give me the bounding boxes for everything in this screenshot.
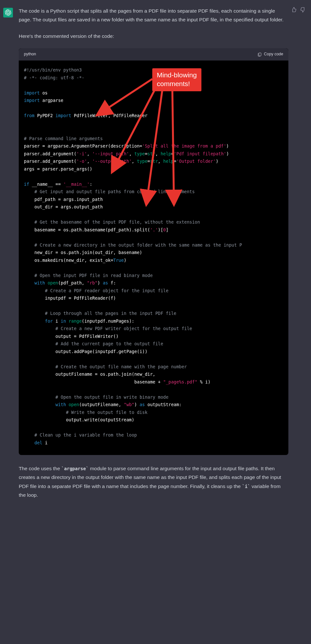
- string: '--input_path': [92, 151, 129, 156]
- code-line: ): [98, 280, 103, 285]
- code-line: parser.add_argument(: [24, 159, 77, 164]
- comment: # Create a PDF reader object for the inp…: [45, 288, 168, 293]
- string: 'Output folder': [177, 159, 216, 164]
- builtin: open: [48, 280, 58, 285]
- copy-code-label: Copy code: [264, 51, 283, 58]
- dunder: __name__: [32, 182, 53, 187]
- code-line: parser = argparse.ArgumentParser(descrip…: [24, 143, 142, 149]
- comment: # Loop through all the pages in the inpu…: [45, 311, 176, 316]
- comment: # Create a new PDF writer object for the…: [56, 326, 192, 331]
- code-content[interactable]: #!/usr/bin/env python3 # -*- coding: utf…: [19, 61, 288, 455]
- code-line: (inputpdf.numPages):: [82, 318, 134, 324]
- code-line: parser.add_argument(: [24, 151, 77, 156]
- kw-import: import: [56, 113, 71, 118]
- kw-if: if: [24, 182, 29, 187]
- comment: # Get the basename of the input PDF file…: [35, 219, 200, 225]
- string: '-o': [77, 159, 87, 164]
- code-line: (pdf_path,: [58, 280, 87, 285]
- code-line: out_dir = args.output_path: [35, 204, 103, 209]
- avatar-column: [3, 6, 19, 507]
- outro-paragraph: The code uses the `argparse` module to p…: [19, 464, 288, 499]
- kw-from: from: [24, 113, 35, 118]
- builtin: open: [69, 402, 79, 407]
- clipboard-icon: [257, 52, 262, 57]
- code-line: os.makedirs(new_dir, exist_ok=: [35, 258, 113, 263]
- code-line: outputFilename = os.path.join(new_dir,: [56, 372, 156, 377]
- second-paragraph: Here's the commented version of the code…: [19, 32, 288, 40]
- string: "wb": [124, 402, 134, 407]
- assistant-message-row: The code is a Python script that splits …: [0, 6, 311, 507]
- comment: # Open the input PDF file in read binary…: [35, 273, 153, 278]
- comment: # Create a new directory in the output f…: [35, 242, 242, 248]
- code-line: basename = os.path.basename(pdf_path).sp…: [35, 227, 150, 232]
- string: "_page%s.pdf": [163, 379, 198, 384]
- code-line: outputStream:: [145, 402, 182, 407]
- mod: os: [42, 90, 48, 95]
- string: '-i': [77, 151, 87, 156]
- builtin: str: [150, 159, 158, 164]
- code-language-label: python: [24, 51, 36, 58]
- code-line: (outputFilename,: [79, 402, 124, 407]
- code-block-header: python Copy code: [19, 48, 288, 61]
- feedback-buttons: [291, 6, 306, 15]
- mod: PyPDF2: [37, 113, 53, 118]
- comment: # Add the current page to the output fil…: [56, 341, 163, 346]
- svg-rect-0: [259, 53, 261, 56]
- names: PdfFileWriter, PdfFileReader: [74, 113, 148, 118]
- code-line: pdf_path = args.input_path: [35, 197, 103, 202]
- code-line: % i): [197, 379, 210, 384]
- code-line: #!/usr/bin/env python3: [24, 67, 82, 72]
- string: '.': [150, 227, 158, 232]
- bool: True: [113, 258, 124, 263]
- code-line: ): [226, 143, 229, 149]
- code-line: )[: [158, 227, 163, 232]
- code-line: args = parser.parse_args(): [24, 166, 92, 172]
- builtin: str: [147, 151, 155, 156]
- kw-for: for: [45, 318, 53, 324]
- kw-import: import: [24, 90, 40, 95]
- code-line: inputpdf = PdfFileReader(f): [45, 295, 116, 301]
- kw-as: as: [103, 280, 108, 285]
- assistant-avatar: [3, 8, 13, 17]
- string: "rb": [87, 280, 98, 285]
- code-line: new_dir = os.path.join(out_dir, basename…: [35, 250, 142, 255]
- intro-paragraph: The code is a Python script that splits …: [19, 6, 288, 24]
- comment: # Open the output file in write binary m…: [56, 394, 169, 400]
- code-line: output.addPage(inputpdf.getPage(i)): [56, 349, 147, 354]
- string: '--output_path': [92, 159, 132, 164]
- code-block: python Copy code #!/usr/bin/env python3 …: [19, 48, 288, 455]
- code-line: ): [134, 402, 139, 407]
- string: 'Pdf input filepath': [174, 151, 226, 156]
- code-line: output = PdfFileWriter(): [56, 334, 119, 339]
- code-line: ]: [166, 227, 168, 232]
- kw-with: with: [56, 402, 66, 407]
- mod: argparse: [42, 98, 63, 103]
- kw-as: as: [140, 402, 145, 407]
- string: '__main__': [63, 182, 90, 187]
- kw-del: del: [35, 440, 42, 445]
- comment: # Write the output file to disk: [66, 410, 147, 415]
- comment: # Clean up the i variable from the loop: [35, 432, 137, 438]
- kw-import: import: [24, 98, 40, 103]
- number: 0: [163, 227, 166, 232]
- thumbs-down-icon[interactable]: [300, 6, 306, 15]
- code-line: basename +: [56, 379, 163, 384]
- op: ==: [53, 182, 63, 187]
- kw: type: [137, 159, 148, 164]
- kw-with: with: [35, 280, 45, 285]
- inline-code: `argparse`: [61, 466, 89, 471]
- openai-logo-icon: [5, 9, 11, 16]
- outro-text: The code uses the: [19, 466, 61, 471]
- code-line: i: [42, 440, 48, 445]
- inline-code: `i`: [242, 484, 250, 489]
- builtin: range: [69, 318, 82, 324]
- message-content: The code is a Python script that splits …: [19, 6, 308, 507]
- code-line: # -*- coding: utf-8 -*-: [24, 75, 84, 80]
- code-line: i: [53, 318, 60, 324]
- copy-code-button[interactable]: Copy code: [257, 51, 283, 58]
- comment: # Create the output file name with the p…: [56, 364, 187, 369]
- code-line: ): [124, 258, 126, 263]
- comment: # Parse command line arguments: [24, 136, 103, 141]
- thumbs-up-icon[interactable]: [291, 6, 297, 15]
- string: 'Split all the image from a pdf': [142, 143, 226, 149]
